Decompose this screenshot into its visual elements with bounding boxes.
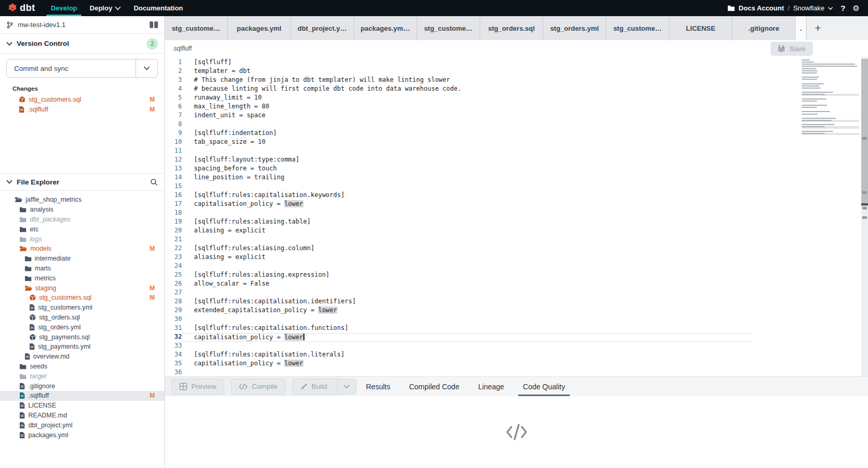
tree-item-etc[interactable]: etc xyxy=(0,224,164,234)
editor-tab-label: packages.ym… xyxy=(361,24,410,32)
tree-item-dbt-packages[interactable]: dbt_packages xyxy=(0,215,164,225)
tree-item-label: stg_customers.sql xyxy=(39,294,92,301)
tree-item--sqlfluff[interactable]: .sqlfluffM xyxy=(0,391,164,401)
commit-and-sync-button[interactable]: Commit and sync xyxy=(6,59,158,78)
chevron-down-icon xyxy=(143,66,150,70)
editor-tab-3[interactable]: packages.ym… xyxy=(354,16,417,40)
code-text: [sqlfluff:rules:capitalisation.keywords] xyxy=(182,191,345,200)
search-icon[interactable] xyxy=(150,178,158,186)
panel-tab-label: Results xyxy=(366,383,390,391)
build-options-caret[interactable] xyxy=(337,379,356,394)
tree-item--gitignore[interactable]: .gitignore xyxy=(0,381,164,391)
code-text: tab_space_size = 10 xyxy=(182,138,265,147)
tree-item-target[interactable]: target xyxy=(0,371,164,381)
new-tab-button[interactable]: + xyxy=(806,16,829,40)
tree-item-metrics[interactable]: metrics xyxy=(0,273,164,283)
panel-tab-compiled-code[interactable]: Compiled Code xyxy=(409,377,460,396)
code-text: extended_capitalisation_policy = lower xyxy=(182,306,337,315)
tree-item-jaffle-shop-metrics[interactable]: jaffle_shop_metrics xyxy=(0,195,164,205)
tree-item-stg-payments-yml[interactable]: stg_payments.yml xyxy=(0,342,164,352)
tree-item-overview-md[interactable]: overview.md xyxy=(0,352,164,362)
tree-item-stg-customers-sql[interactable]: stg_customers.sqlM xyxy=(0,293,164,303)
dbt-logo-text: dbt xyxy=(20,3,35,14)
panel-tab-code-quality[interactable]: Code Quality xyxy=(523,377,565,396)
scrollbar-thumb[interactable] xyxy=(861,59,868,206)
tree-item-staging[interactable]: stagingM xyxy=(0,283,164,293)
save-button[interactable]: Save xyxy=(771,42,813,56)
line-number: 1 xyxy=(165,58,182,67)
editor-tab-10[interactable]: . xyxy=(796,16,806,40)
tree-item-intermediate[interactable]: intermediate xyxy=(0,254,164,264)
code-text: aliasing = explicit xyxy=(182,253,265,262)
panel-tab-results[interactable]: Results xyxy=(366,377,390,396)
branch-selector[interactable]: mw-test-idev1.1 xyxy=(0,16,164,34)
tree-item-stg-orders-yml[interactable]: stg_orders.yml xyxy=(0,322,164,332)
tree-item-readme-md[interactable]: README.md xyxy=(0,411,164,421)
file-icon xyxy=(19,106,25,113)
code-line-26: 26allow_scalar = False xyxy=(165,280,868,289)
editor-tab-0[interactable]: stg_custome… xyxy=(165,16,228,40)
code-text xyxy=(182,120,194,129)
editor-tab-4[interactable]: stg_custome… xyxy=(417,16,480,40)
editor-tab-7[interactable]: stg_custome… xyxy=(606,16,669,40)
code-line-2: 2templater = dbt xyxy=(165,67,868,76)
minimap[interactable] xyxy=(802,59,859,137)
dbt-logo[interactable]: dbt xyxy=(0,3,44,14)
code-text xyxy=(182,289,194,298)
changed-file-row[interactable]: stg_customers.sqlM xyxy=(0,94,164,104)
file-explorer-header[interactable]: File Explorer xyxy=(0,173,164,191)
settings-gear-icon[interactable]: ⚙ xyxy=(853,4,860,12)
tree-item-analysis[interactable]: analysis xyxy=(0,205,164,215)
nav-item-develop[interactable]: Develop xyxy=(44,0,83,16)
tree-item-seeds[interactable]: seeds xyxy=(0,362,164,372)
tree-item-logs[interactable]: logs xyxy=(0,234,164,244)
build-button[interactable]: Build xyxy=(292,379,357,395)
code-line-14: 14line_position = trailing xyxy=(165,174,868,182)
branch-name: mw-test-idev1.1 xyxy=(18,21,66,29)
help-icon[interactable]: ? xyxy=(840,4,845,13)
preview-button[interactable]: Preview xyxy=(172,379,224,395)
editor-tab-1[interactable]: packages.yml xyxy=(228,16,291,40)
line-number: 17 xyxy=(165,200,182,209)
editor-tab-2[interactable]: dbt_project.y… xyxy=(291,16,354,40)
tree-item-packages-yml[interactable]: packages.yml xyxy=(0,430,164,440)
compile-button[interactable]: Compile xyxy=(231,379,286,395)
editor-tab-6[interactable]: stg_orders.yml xyxy=(543,16,606,40)
code-text: line_position = trailing xyxy=(182,174,284,182)
code-text xyxy=(182,262,194,271)
tree-item-dbt-project-yml[interactable]: dbt_project.yml xyxy=(0,420,164,430)
floppy-save-icon xyxy=(778,45,785,52)
nav-item-label: Documentation xyxy=(133,4,183,12)
editor-scrollbar[interactable] xyxy=(861,57,868,376)
account-switcher[interactable]: Docs Account / Snowflake xyxy=(727,4,834,12)
nav-item-deploy[interactable]: Deploy xyxy=(83,0,127,16)
version-control-header[interactable]: Version Control 2 xyxy=(0,34,164,54)
tree-item-label: stg_customers.yml xyxy=(38,304,92,311)
tree-item-stg-payments-sql[interactable]: stg_payments.sql xyxy=(0,332,164,342)
code-editor[interactable]: 1[sqlfluff]2templater = dbt3# This chang… xyxy=(165,57,868,376)
layout-panels-icon[interactable] xyxy=(150,21,158,28)
tree-item-license[interactable]: LICENSE xyxy=(0,401,164,411)
editor-tab-9[interactable]: .gitignore xyxy=(732,16,796,40)
changed-file-row[interactable]: .sqlfluffM xyxy=(0,104,164,114)
tree-item-stg-customers-yml[interactable]: stg_customers.yml xyxy=(0,303,164,313)
tree-item-stg-orders-sql[interactable]: stg_orders.sql xyxy=(0,313,164,323)
scrollbar-marker xyxy=(862,216,867,219)
commit-options-caret[interactable] xyxy=(136,59,157,77)
modified-status-badge: M xyxy=(150,392,155,399)
line-number: 10 xyxy=(165,138,182,147)
tree-item-marts[interactable]: marts xyxy=(0,264,164,274)
tree-item-models[interactable]: modelsM xyxy=(0,244,164,254)
line-number: 32 xyxy=(165,333,182,342)
button-label: Build xyxy=(312,383,327,390)
editor-tab-8[interactable]: LICENSE xyxy=(669,16,732,40)
editor-tab-5[interactable]: stg_orders.sql xyxy=(480,16,543,40)
code-text: [sqlfluff:rules:aliasing.column] xyxy=(182,244,314,253)
code-line-23: 23aliasing = explicit xyxy=(165,253,868,262)
code-text: [sqlfluff:rules:capitalisation.functions… xyxy=(182,324,348,333)
nav-item-documentation[interactable]: Documentation xyxy=(127,0,189,16)
panel-tab-lineage[interactable]: Lineage xyxy=(478,377,504,396)
nav-item-label: Deploy xyxy=(90,4,112,12)
highlighted-match: lower xyxy=(284,360,303,367)
code-text: [sqlfluff:rules:capitalisation.identifie… xyxy=(182,298,356,306)
